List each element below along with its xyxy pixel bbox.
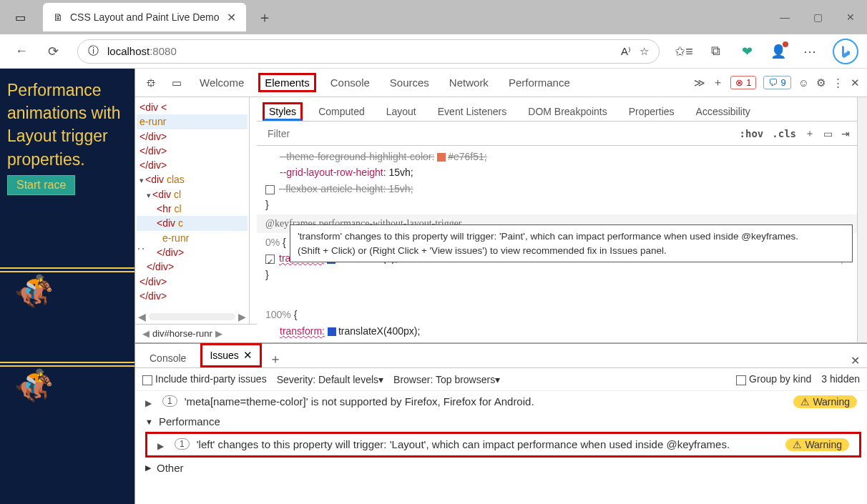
dom-breadcrumb[interactable]: ◀ div#horse-runr ▶ (135, 324, 257, 342)
group-by-kind-checkbox[interactable] (736, 375, 746, 385)
address-host: localhost (107, 45, 150, 57)
window-controls: — ▢ ✕ (768, 3, 867, 31)
new-style-rule-icon[interactable]: ＋ (805, 127, 815, 140)
add-tab-icon[interactable]: ＋ (712, 76, 723, 89)
app-menu-icon[interactable]: ▭ (6, 3, 34, 31)
browser-titlebar: ▭ 🗎 CSS Layout and Paint Live Demo ✕ ＋ —… (0, 0, 867, 34)
minimize-button[interactable]: — (768, 3, 801, 31)
section-performance[interactable]: ▼Performance (135, 412, 867, 430)
error-badge[interactable]: ⊗ 1 (730, 76, 756, 89)
browser-toolbar: ← ⟳ ⓘ localhost:8080 A⁾ ☆ ✩≡ ⧉ ❤︎ 👤 ⋯ (0, 34, 867, 69)
styles-scrollbar[interactable] (857, 97, 867, 342)
devtools-drawer: Console Issues ✕ ＋ ✕ Include third-party… (135, 343, 867, 504)
styles-rules[interactable]: --theme-foreground-highlight-color: #e76… (257, 146, 857, 342)
disabled-rule[interactable]: --flexbox-artcicle-height: 15vh; (279, 183, 413, 194)
page-icon: 🗎 (53, 11, 63, 23)
subtab-accessibility[interactable]: Accessibility (690, 102, 756, 121)
tab-console[interactable]: Console (325, 72, 376, 93)
devtools-main-tabs: ⯐ ▭ Welcome Elements Console Sources Net… (135, 69, 867, 97)
start-race-button[interactable]: Start race (7, 175, 75, 195)
drawer-add-tab-icon[interactable]: ＋ (269, 350, 282, 367)
styles-filter-input[interactable] (264, 125, 731, 142)
site-info-icon[interactable]: ⓘ (88, 44, 99, 58)
page-viewport: Performance animations with Layout trigg… (0, 69, 134, 504)
severity-dropdown[interactable]: Default levels▾ (318, 374, 383, 385)
issues-list: ▶ 1 'meta[name=theme-color]' is not supp… (135, 391, 867, 504)
property-checkbox[interactable] (265, 255, 275, 264)
tab-sources[interactable]: Sources (384, 72, 435, 93)
hov-toggle[interactable]: :hov (740, 128, 764, 139)
close-issues-tab-icon[interactable]: ✕ (243, 349, 253, 362)
read-aloud-icon[interactable]: A⁾ (621, 45, 631, 58)
address-port: :8080 (150, 45, 177, 57)
property-tooltip: 'transform' changes to this property wil… (290, 224, 853, 262)
info-badge[interactable]: 🗩 9 (763, 76, 790, 89)
performance-icon[interactable]: ❤︎ (734, 39, 760, 64)
subtab-dom-breakpoints[interactable]: DOM Breakpoints (522, 102, 612, 121)
expand-icon[interactable]: ▶ (145, 395, 155, 408)
horse-sprite-2: 🏇 (14, 363, 54, 407)
refresh-button[interactable]: ⟳ (40, 39, 66, 64)
favorite-icon[interactable]: ☆ (640, 45, 649, 58)
browser-dropdown[interactable]: Top browsers▾ (436, 374, 500, 385)
drawer-tab-console[interactable]: Console (142, 349, 193, 367)
styles-pane-toggle-icon[interactable]: ⇥ (841, 128, 850, 139)
issue-row[interactable]: ▶ 1 'left' changes to this property will… (147, 434, 859, 455)
scroll-left-icon[interactable]: ◀ (138, 311, 146, 322)
close-drawer-icon[interactable]: ✕ (851, 354, 860, 367)
tab-network[interactable]: Network (444, 72, 494, 93)
cls-toggle[interactable]: .cls (772, 128, 796, 139)
subtab-layout[interactable]: Layout (381, 102, 422, 121)
horse-sprite-1: 🏇 (14, 269, 54, 313)
more-menu-icon[interactable]: ⋯ (797, 39, 823, 64)
inspect-icon[interactable]: ⯐ (142, 74, 160, 92)
more-tabs-icon[interactable]: ≫ (694, 76, 705, 89)
settings-icon[interactable]: ⚙ (816, 76, 826, 89)
drawer-tab-issues[interactable]: Issues ✕ (200, 343, 261, 367)
subtab-styles[interactable]: Styles (263, 102, 303, 121)
subtab-event-listeners[interactable]: Event Listeners (432, 102, 513, 121)
tab-title: CSS Layout and Paint Live Demo (70, 11, 220, 23)
devtools-panel: ⯐ ▭ Welcome Elements Console Sources Net… (134, 69, 867, 504)
warning-badge: ⚠ Warning (793, 395, 857, 408)
tab-elements[interactable]: Elements (258, 73, 316, 92)
back-button[interactable]: ← (9, 39, 34, 64)
device-toggle-icon[interactable]: ▭ (168, 74, 185, 92)
overflow-icon[interactable]: ⋯ (135, 240, 145, 256)
computed-styles-icon[interactable]: ▭ (823, 128, 833, 139)
breadcrumb-node[interactable]: div#horse-runr (152, 328, 212, 339)
kebab-menu-icon[interactable]: ⋮ (833, 76, 843, 89)
hidden-count[interactable]: 3 hidden (821, 373, 860, 385)
issue-row[interactable]: ▶ 1 'meta[name=theme-color]' is not supp… (135, 391, 867, 412)
subtab-properties[interactable]: Properties (623, 102, 680, 121)
profile-button[interactable]: 👤 (765, 39, 791, 64)
feedback-icon[interactable]: ☺ (798, 76, 809, 89)
warning-badge: ⚠ Warning (785, 438, 849, 451)
browser-tab[interactable]: 🗎 CSS Layout and Paint Live Demo ✕ (43, 3, 246, 31)
page-headline: Performance animations with Layout trigg… (7, 79, 127, 171)
expand-icon[interactable]: ▶ (157, 438, 167, 451)
subtab-computed[interactable]: Computed (313, 102, 371, 121)
new-tab-button[interactable]: ＋ (258, 8, 272, 27)
close-window-button[interactable]: ✕ (834, 3, 867, 31)
favorites-hub-icon[interactable]: ✩≡ (671, 39, 697, 64)
styles-subtabs: Styles Computed Layout Event Listeners D… (257, 97, 857, 122)
address-bar[interactable]: ⓘ localhost:8080 A⁾ ☆ (77, 39, 660, 64)
close-tab-icon[interactable]: ✕ (227, 11, 236, 24)
section-other[interactable]: ▶Other (135, 459, 867, 477)
scroll-right-icon[interactable]: ▶ (238, 311, 246, 322)
dom-tree[interactable]: <div < e-runr </div> </div> </div> <div … (135, 97, 250, 324)
collections-icon[interactable]: ⧉ (702, 39, 728, 64)
maximize-button[interactable]: ▢ (801, 3, 834, 31)
third-party-checkbox[interactable] (142, 375, 152, 385)
tab-performance[interactable]: Performance (503, 72, 576, 93)
close-devtools-icon[interactable]: ✕ (851, 76, 860, 89)
styles-filter-row: :hov .cls ＋ ▭ ⇥ (257, 122, 857, 146)
tab-welcome[interactable]: Welcome (194, 72, 250, 93)
bing-button[interactable] (833, 39, 858, 64)
